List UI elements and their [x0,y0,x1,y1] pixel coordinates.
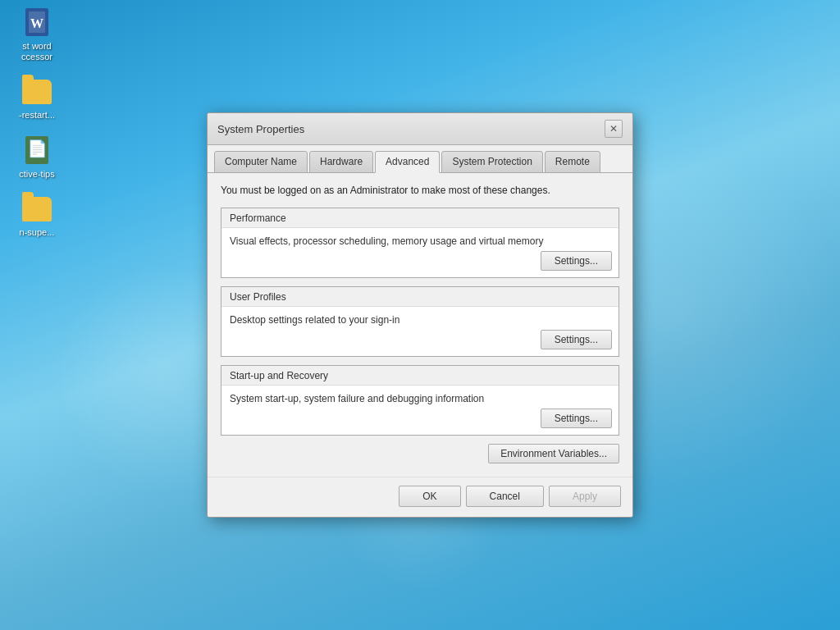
tab-system-protection[interactable]: System Protection [441,151,542,173]
admin-notice: You must be logged on as an Administrato… [221,185,619,196]
startup-recovery-inner: System start-up, system failure and debu… [221,386,619,435]
startup-recovery-section: Start-up and Recovery System start-up, s… [221,365,619,436]
dialog-content: You must be logged on as an Administrato… [208,173,632,477]
environment-variables-button[interactable]: Environment Variables... [488,444,619,463]
performance-settings-button[interactable]: Settings... [541,251,612,271]
tab-hardware[interactable]: Hardware [309,151,373,173]
user-profiles-inner: Desktop settings related to your sign-in… [221,307,619,356]
env-variables-row: Environment Variables... [221,444,619,463]
apply-button[interactable]: Apply [549,486,621,507]
system-properties-dialog: System Properties ✕ Computer Name Hardwa… [207,112,633,518]
dialog-overlay: System Properties ✕ Computer Name Hardwa… [0,0,840,630]
tab-computer-name[interactable]: Computer Name [214,151,308,173]
dialog-title: System Properties [217,123,304,135]
performance-inner: Visual effects, processor scheduling, me… [221,228,619,277]
performance-header: Performance [221,208,619,228]
tab-advanced[interactable]: Advanced [375,151,440,173]
startup-recovery-desc: System start-up, system failure and debu… [230,392,610,406]
startup-recovery-header: Start-up and Recovery [221,366,619,386]
tab-strip: Computer Name Hardware Advanced System P… [208,145,632,173]
performance-desc: Visual effects, processor scheduling, me… [230,235,610,249]
user-profiles-section: User Profiles Desktop settings related t… [221,286,619,357]
user-profiles-settings-button[interactable]: Settings... [541,330,612,349]
user-profiles-header: User Profiles [221,287,619,307]
ok-button[interactable]: OK [399,486,460,507]
dialog-footer: OK Cancel Apply [208,477,632,517]
tab-remote[interactable]: Remote [545,151,600,173]
dialog-titlebar: System Properties ✕ [208,113,632,145]
close-button[interactable]: ✕ [605,120,623,138]
user-profiles-desc: Desktop settings related to your sign-in [230,313,610,327]
startup-recovery-settings-button[interactable]: Settings... [541,409,612,428]
performance-section: Performance Visual effects, processor sc… [221,208,619,278]
cancel-button[interactable]: Cancel [466,486,544,507]
